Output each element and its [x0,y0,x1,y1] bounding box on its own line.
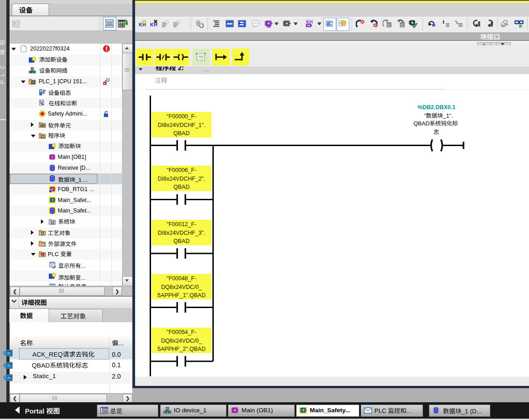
svg-text:01: 01 [7,352,11,355]
svg-text:K: K [150,22,154,27]
svg-text:KH: KH [306,20,312,25]
svg-text:??: ?? [198,55,203,60]
svg-text:01: 01 [7,364,11,367]
svg-text:01: 01 [7,376,11,380]
svg-text:K: K [139,22,142,27]
